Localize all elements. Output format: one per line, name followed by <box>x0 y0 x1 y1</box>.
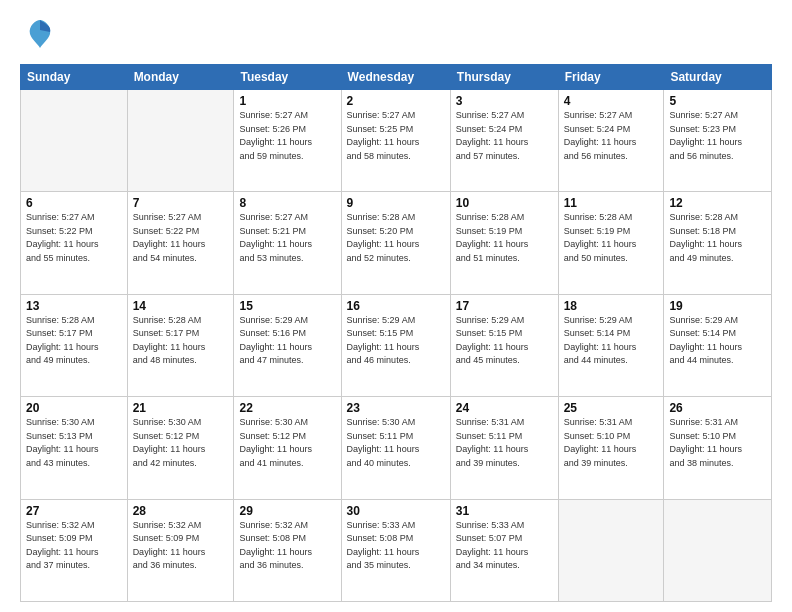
day-cell: 9Sunrise: 5:28 AM Sunset: 5:20 PM Daylig… <box>341 192 450 294</box>
day-cell: 2Sunrise: 5:27 AM Sunset: 5:25 PM Daylig… <box>341 90 450 192</box>
day-info: Sunrise: 5:31 AM Sunset: 5:10 PM Dayligh… <box>564 416 659 470</box>
day-cell: 3Sunrise: 5:27 AM Sunset: 5:24 PM Daylig… <box>450 90 558 192</box>
day-cell: 15Sunrise: 5:29 AM Sunset: 5:16 PM Dayli… <box>234 294 341 396</box>
day-number: 13 <box>26 299 122 313</box>
day-info: Sunrise: 5:30 AM Sunset: 5:13 PM Dayligh… <box>26 416 122 470</box>
day-cell: 29Sunrise: 5:32 AM Sunset: 5:08 PM Dayli… <box>234 499 341 601</box>
day-cell <box>127 90 234 192</box>
day-number: 1 <box>239 94 335 108</box>
week-row-2: 6Sunrise: 5:27 AM Sunset: 5:22 PM Daylig… <box>21 192 772 294</box>
day-info: Sunrise: 5:29 AM Sunset: 5:14 PM Dayligh… <box>564 314 659 368</box>
day-info: Sunrise: 5:28 AM Sunset: 5:19 PM Dayligh… <box>564 211 659 265</box>
day-info: Sunrise: 5:27 AM Sunset: 5:21 PM Dayligh… <box>239 211 335 265</box>
day-number: 12 <box>669 196 766 210</box>
day-cell: 22Sunrise: 5:30 AM Sunset: 5:12 PM Dayli… <box>234 397 341 499</box>
day-info: Sunrise: 5:30 AM Sunset: 5:12 PM Dayligh… <box>239 416 335 470</box>
week-row-4: 20Sunrise: 5:30 AM Sunset: 5:13 PM Dayli… <box>21 397 772 499</box>
day-cell: 12Sunrise: 5:28 AM Sunset: 5:18 PM Dayli… <box>664 192 772 294</box>
day-cell: 17Sunrise: 5:29 AM Sunset: 5:15 PM Dayli… <box>450 294 558 396</box>
day-number: 5 <box>669 94 766 108</box>
day-number: 3 <box>456 94 553 108</box>
day-cell <box>664 499 772 601</box>
day-cell: 4Sunrise: 5:27 AM Sunset: 5:24 PM Daylig… <box>558 90 664 192</box>
day-number: 21 <box>133 401 229 415</box>
weekday-sunday: Sunday <box>21 65 128 90</box>
logo-bird-icon <box>26 18 54 54</box>
day-cell: 30Sunrise: 5:33 AM Sunset: 5:08 PM Dayli… <box>341 499 450 601</box>
day-cell: 10Sunrise: 5:28 AM Sunset: 5:19 PM Dayli… <box>450 192 558 294</box>
day-number: 29 <box>239 504 335 518</box>
day-cell: 11Sunrise: 5:28 AM Sunset: 5:19 PM Dayli… <box>558 192 664 294</box>
day-number: 15 <box>239 299 335 313</box>
day-number: 24 <box>456 401 553 415</box>
day-cell: 27Sunrise: 5:32 AM Sunset: 5:09 PM Dayli… <box>21 499 128 601</box>
week-row-3: 13Sunrise: 5:28 AM Sunset: 5:17 PM Dayli… <box>21 294 772 396</box>
day-number: 11 <box>564 196 659 210</box>
day-info: Sunrise: 5:30 AM Sunset: 5:11 PM Dayligh… <box>347 416 445 470</box>
weekday-thursday: Thursday <box>450 65 558 90</box>
day-cell: 31Sunrise: 5:33 AM Sunset: 5:07 PM Dayli… <box>450 499 558 601</box>
day-info: Sunrise: 5:32 AM Sunset: 5:09 PM Dayligh… <box>26 519 122 573</box>
day-number: 6 <box>26 196 122 210</box>
header <box>20 18 772 54</box>
day-cell: 19Sunrise: 5:29 AM Sunset: 5:14 PM Dayli… <box>664 294 772 396</box>
week-row-5: 27Sunrise: 5:32 AM Sunset: 5:09 PM Dayli… <box>21 499 772 601</box>
day-info: Sunrise: 5:33 AM Sunset: 5:08 PM Dayligh… <box>347 519 445 573</box>
day-number: 8 <box>239 196 335 210</box>
day-cell: 24Sunrise: 5:31 AM Sunset: 5:11 PM Dayli… <box>450 397 558 499</box>
day-info: Sunrise: 5:27 AM Sunset: 5:26 PM Dayligh… <box>239 109 335 163</box>
day-number: 19 <box>669 299 766 313</box>
day-number: 10 <box>456 196 553 210</box>
day-number: 17 <box>456 299 553 313</box>
day-number: 2 <box>347 94 445 108</box>
day-number: 18 <box>564 299 659 313</box>
day-number: 23 <box>347 401 445 415</box>
day-cell: 28Sunrise: 5:32 AM Sunset: 5:09 PM Dayli… <box>127 499 234 601</box>
day-cell: 6Sunrise: 5:27 AM Sunset: 5:22 PM Daylig… <box>21 192 128 294</box>
day-cell: 21Sunrise: 5:30 AM Sunset: 5:12 PM Dayli… <box>127 397 234 499</box>
day-info: Sunrise: 5:32 AM Sunset: 5:08 PM Dayligh… <box>239 519 335 573</box>
day-info: Sunrise: 5:27 AM Sunset: 5:24 PM Dayligh… <box>564 109 659 163</box>
day-cell: 16Sunrise: 5:29 AM Sunset: 5:15 PM Dayli… <box>341 294 450 396</box>
day-cell: 26Sunrise: 5:31 AM Sunset: 5:10 PM Dayli… <box>664 397 772 499</box>
day-number: 25 <box>564 401 659 415</box>
day-info: Sunrise: 5:33 AM Sunset: 5:07 PM Dayligh… <box>456 519 553 573</box>
day-cell: 23Sunrise: 5:30 AM Sunset: 5:11 PM Dayli… <box>341 397 450 499</box>
day-number: 31 <box>456 504 553 518</box>
weekday-tuesday: Tuesday <box>234 65 341 90</box>
day-info: Sunrise: 5:29 AM Sunset: 5:15 PM Dayligh… <box>347 314 445 368</box>
weekday-header-row: SundayMondayTuesdayWednesdayThursdayFrid… <box>21 65 772 90</box>
day-number: 9 <box>347 196 445 210</box>
week-row-1: 1Sunrise: 5:27 AM Sunset: 5:26 PM Daylig… <box>21 90 772 192</box>
day-info: Sunrise: 5:28 AM Sunset: 5:18 PM Dayligh… <box>669 211 766 265</box>
day-cell <box>21 90 128 192</box>
day-info: Sunrise: 5:30 AM Sunset: 5:12 PM Dayligh… <box>133 416 229 470</box>
day-info: Sunrise: 5:27 AM Sunset: 5:25 PM Dayligh… <box>347 109 445 163</box>
day-info: Sunrise: 5:28 AM Sunset: 5:20 PM Dayligh… <box>347 211 445 265</box>
day-info: Sunrise: 5:27 AM Sunset: 5:22 PM Dayligh… <box>26 211 122 265</box>
day-cell: 20Sunrise: 5:30 AM Sunset: 5:13 PM Dayli… <box>21 397 128 499</box>
day-info: Sunrise: 5:29 AM Sunset: 5:14 PM Dayligh… <box>669 314 766 368</box>
day-number: 26 <box>669 401 766 415</box>
calendar-page: SundayMondayTuesdayWednesdayThursdayFrid… <box>0 0 792 612</box>
day-cell: 25Sunrise: 5:31 AM Sunset: 5:10 PM Dayli… <box>558 397 664 499</box>
day-info: Sunrise: 5:28 AM Sunset: 5:17 PM Dayligh… <box>133 314 229 368</box>
logo <box>20 18 54 54</box>
day-cell: 7Sunrise: 5:27 AM Sunset: 5:22 PM Daylig… <box>127 192 234 294</box>
day-cell <box>558 499 664 601</box>
day-cell: 5Sunrise: 5:27 AM Sunset: 5:23 PM Daylig… <box>664 90 772 192</box>
day-cell: 13Sunrise: 5:28 AM Sunset: 5:17 PM Dayli… <box>21 294 128 396</box>
day-info: Sunrise: 5:28 AM Sunset: 5:17 PM Dayligh… <box>26 314 122 368</box>
day-cell: 14Sunrise: 5:28 AM Sunset: 5:17 PM Dayli… <box>127 294 234 396</box>
weekday-saturday: Saturday <box>664 65 772 90</box>
day-info: Sunrise: 5:27 AM Sunset: 5:23 PM Dayligh… <box>669 109 766 163</box>
day-number: 20 <box>26 401 122 415</box>
day-number: 22 <box>239 401 335 415</box>
day-number: 30 <box>347 504 445 518</box>
day-info: Sunrise: 5:32 AM Sunset: 5:09 PM Dayligh… <box>133 519 229 573</box>
calendar-table: SundayMondayTuesdayWednesdayThursdayFrid… <box>20 64 772 602</box>
weekday-wednesday: Wednesday <box>341 65 450 90</box>
day-number: 7 <box>133 196 229 210</box>
day-info: Sunrise: 5:31 AM Sunset: 5:11 PM Dayligh… <box>456 416 553 470</box>
day-cell: 8Sunrise: 5:27 AM Sunset: 5:21 PM Daylig… <box>234 192 341 294</box>
